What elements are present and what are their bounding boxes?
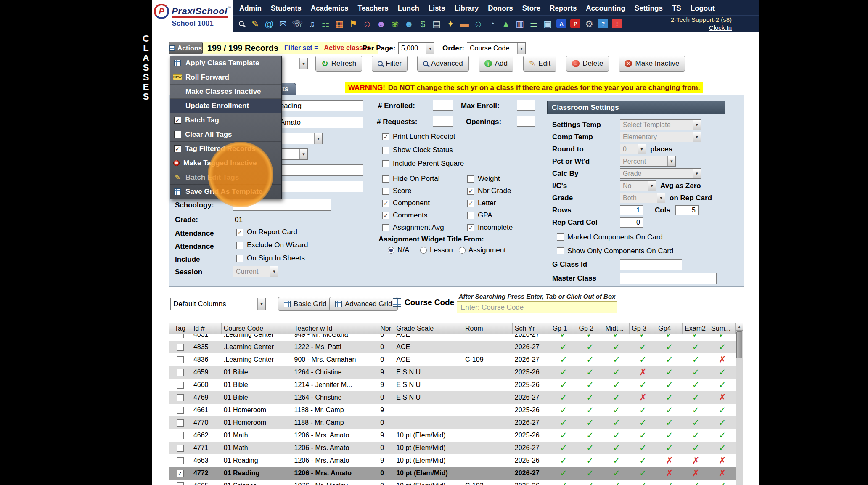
- row-tag-checkbox[interactable]: [177, 419, 184, 427]
- table-row-4831[interactable]: 4831.Learning Center949 - Mr. McGaha0ACE…: [169, 334, 736, 341]
- advanced-button[interactable]: Advanced: [417, 56, 469, 72]
- column-header-midt[interactable]: Midt...: [603, 323, 630, 334]
- setting-input-rows[interactable]: 1: [620, 205, 643, 215]
- menu-item-apply-class-template[interactable]: Apply Class Template: [170, 56, 281, 70]
- table-row-4771[interactable]: 477101 Math1206 - Mrs. Amato010 pt (Elem…: [169, 442, 736, 454]
- nav-item-academics[interactable]: Academics: [306, 4, 353, 13]
- gear-icon[interactable]: ⚙: [584, 18, 594, 29]
- radio-lesson[interactable]: Lesson: [420, 246, 453, 254]
- nav-item-settings[interactable]: Settings: [630, 4, 667, 13]
- actions-button[interactable]: Actions: [169, 42, 203, 54]
- vertical-scrollbar[interactable]: ▲: [736, 323, 743, 485]
- setting-input-rep-card-col[interactable]: 0: [620, 217, 643, 228]
- id-card-icon[interactable]: ▥: [515, 18, 525, 29]
- max-enroll-input[interactable]: [517, 100, 535, 111]
- menu-item-save-grid-as-template[interactable]: Save Grid As Template: [170, 185, 281, 199]
- menu-item-make-tagged-inactive[interactable]: Make Tagged Inactive: [170, 156, 281, 170]
- nav-item-logout[interactable]: Logout: [686, 4, 720, 13]
- table-row-4772[interactable]: ✓477201 Reading1206 - Mrs. Amato010 pt (…: [169, 467, 736, 480]
- checkbox-letter[interactable]: ✓Letter: [467, 199, 496, 207]
- table-row-4661[interactable]: 466101 Homeroom1188 - Mr. Camp92025-26✓✓…: [169, 404, 736, 416]
- checkbox-nbr-grade[interactable]: ✓Nbr Grade: [467, 187, 511, 195]
- checkbox-weight[interactable]: Weight: [467, 175, 500, 183]
- nav-item-reports[interactable]: Reports: [545, 4, 581, 13]
- pdf-icon[interactable]: P: [570, 19, 580, 28]
- g-class-id-input[interactable]: [620, 259, 682, 270]
- order-select[interactable]: Course Code ▾: [467, 42, 526, 54]
- checkbox-comments[interactable]: ✓Comments: [382, 211, 427, 220]
- checkbox-component[interactable]: ✓Component: [382, 199, 430, 207]
- row-tag-checkbox[interactable]: [177, 432, 184, 439]
- table-row-4660[interactable]: 466001 Bible1214 - Jennifer M...9E S N U…: [169, 379, 736, 391]
- column-header-sch-yr[interactable]: Sch Yr: [513, 323, 550, 334]
- enrolled-input[interactable]: [433, 100, 453, 111]
- checkbox-show-only-components-on-card[interactable]: Show Only Components On Card: [557, 246, 745, 256]
- session-select[interactable]: Current▾: [233, 266, 278, 277]
- edit-button[interactable]: ✎Edit: [523, 56, 556, 72]
- nav-item-ts[interactable]: TS: [667, 4, 686, 13]
- row-tag-checkbox[interactable]: [177, 394, 184, 401]
- column-header-teacher-w-id[interactable]: Teacher w Id: [292, 323, 378, 334]
- menu-item-update-enrollment[interactable]: Update Enrollment: [170, 99, 281, 113]
- plant-icon[interactable]: ❀: [390, 18, 400, 29]
- nav-item-admin[interactable]: Admin: [235, 4, 266, 13]
- menu-item-tag-filtered-records[interactable]: ✓Tag Filtered Records: [170, 142, 281, 156]
- mobile-phone-icon[interactable]: ☏: [292, 18, 303, 29]
- table-row-4770[interactable]: 477001 Homeroom1188 - Mr. Camp02026-27✓✓…: [169, 416, 736, 429]
- announcement-flag-icon[interactable]: ⚑: [348, 18, 358, 29]
- email-at-icon[interactable]: @: [264, 18, 274, 29]
- setting-input-cols[interactable]: 5: [675, 205, 699, 215]
- make-inactive-button[interactable]: ✕Make Inactive: [619, 56, 685, 72]
- column-header-nbr[interactable]: Nbr: [378, 323, 394, 334]
- column-header-sum[interactable]: Sum...: [709, 323, 736, 334]
- row-tag-checkbox[interactable]: [177, 482, 184, 485]
- row-tag-checkbox[interactable]: [177, 334, 184, 338]
- basic-grid-button[interactable]: Basic Grid: [278, 297, 332, 311]
- nav-item-lists[interactable]: Lists: [424, 4, 450, 13]
- setting-select-settings-temp[interactable]: Select Template▾: [620, 119, 701, 130]
- money-icon[interactable]: ✦: [445, 18, 455, 29]
- master-class-input[interactable]: [620, 273, 717, 284]
- pair-icon[interactable]: ☺: [473, 18, 483, 29]
- refresh-button[interactable]: ↻Refresh: [315, 56, 362, 72]
- students-icon[interactable]: ☻: [376, 18, 386, 29]
- requests-input[interactable]: [433, 116, 453, 127]
- money-stack-icon[interactable]: ☰: [529, 18, 539, 29]
- nav-item-lunch[interactable]: Lunch: [393, 4, 424, 13]
- clipboard-icon[interactable]: ▤: [431, 18, 442, 29]
- group-icon[interactable]: ☻: [404, 18, 414, 29]
- menu-item-batch-tag[interactable]: ✓Batch Tag: [170, 113, 281, 127]
- checkbox-on-report-card[interactable]: ✓On Report Card: [236, 228, 297, 236]
- nav-item-teachers[interactable]: Teachers: [353, 4, 393, 13]
- radio-n-a[interactable]: N/A: [388, 246, 409, 254]
- filter-button[interactable]: Filter: [372, 56, 408, 72]
- pencil-icon[interactable]: ✎: [250, 18, 260, 29]
- row-tag-checkbox[interactable]: [177, 356, 184, 363]
- advanced-grid-button[interactable]: Advanced Grid: [329, 297, 398, 311]
- nav-item-students[interactable]: Students: [266, 4, 306, 13]
- add-button[interactable]: +Add: [479, 56, 513, 72]
- radio-assignment[interactable]: Assignment: [459, 246, 506, 254]
- checkbox-marked-components-on-card[interactable]: Marked Components On Card: [557, 232, 745, 242]
- monitor-icon[interactable]: ▣: [542, 18, 553, 29]
- setting-select-grade[interactable]: Both▾: [620, 193, 665, 203]
- schedule-grid-icon[interactable]: ☷: [320, 18, 331, 29]
- schoology-input[interactable]: [233, 199, 331, 211]
- openings-input[interactable]: [517, 116, 535, 127]
- checkbox-hide-on-portal[interactable]: Hide On Portal: [382, 175, 440, 183]
- table-row-4662[interactable]: 466201 Math1206 - Mrs. Amato910 pt (Elem…: [169, 429, 736, 442]
- course-code-search-input[interactable]: [457, 301, 617, 313]
- checkbox-score[interactable]: Score: [382, 187, 411, 195]
- menu-item-roll-forward[interactable]: NEWRoll Forward: [170, 70, 281, 85]
- table-row-4836[interactable]: 4836.Learning Center900 - Mrs. Carnahan0…: [169, 353, 736, 366]
- checkbox-assignment-avg[interactable]: Assignment Avg: [382, 223, 444, 232]
- row-tag-checkbox[interactable]: [177, 369, 184, 376]
- column-header-exam2[interactable]: Exam2: [683, 323, 709, 334]
- app-a-icon[interactable]: A: [556, 19, 566, 28]
- column-header-room[interactable]: Room: [463, 323, 513, 334]
- calendar-icon[interactable]: ▦: [334, 18, 344, 29]
- setting-select-calc-by[interactable]: Grade▾: [620, 168, 701, 179]
- student-icon[interactable]: ☺: [362, 18, 372, 29]
- nav-item-library[interactable]: Library: [450, 4, 484, 13]
- card-icon[interactable]: ▬: [459, 18, 469, 29]
